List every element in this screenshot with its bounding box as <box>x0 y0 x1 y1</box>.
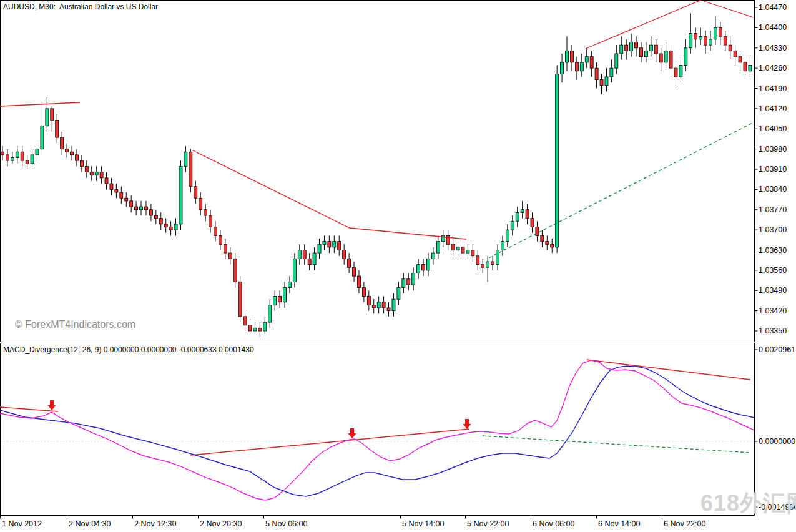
price-trendline[interactable] <box>192 150 466 239</box>
bullish-candle <box>288 282 291 287</box>
bullish-candle <box>684 48 687 66</box>
bearish-candle <box>531 219 534 227</box>
price-trendline[interactable] <box>0 102 80 106</box>
macd-trendline[interactable] <box>0 407 58 411</box>
chart-canvas[interactable]: 1.044701.044001.043301.042601.041901.041… <box>0 0 796 532</box>
bullish-candle <box>11 158 14 161</box>
signal-line <box>0 360 754 500</box>
time-axis-label: 5 Nov 22:00 <box>467 520 509 528</box>
bullish-candle <box>392 299 395 311</box>
bearish-candle <box>362 288 365 297</box>
price-axis-label: 1.03910 <box>759 165 787 174</box>
bearish-candle <box>575 62 578 71</box>
bearish-candle <box>120 192 123 198</box>
bullish-candle <box>333 242 336 247</box>
bullish-candle <box>516 212 519 221</box>
bullish-candle <box>179 166 182 224</box>
bullish-candle <box>377 302 380 308</box>
bearish-candle <box>595 68 598 80</box>
bullish-candle <box>426 259 430 270</box>
bearish-candle <box>704 36 707 45</box>
bearish-candle <box>348 259 351 267</box>
bullish-candle <box>486 262 489 267</box>
bullish-candle <box>174 224 177 230</box>
bullish-candle <box>610 68 613 77</box>
bearish-candle <box>51 109 54 121</box>
bullish-candle <box>749 66 752 71</box>
bearish-candle <box>654 45 657 54</box>
bullish-candle <box>615 54 618 68</box>
sell-arrow-icon[interactable] <box>463 419 471 429</box>
bullish-candle <box>556 74 559 247</box>
bearish-candle <box>387 308 390 311</box>
price-axis-label: 1.04120 <box>759 104 787 113</box>
bullish-candle <box>679 66 682 77</box>
bearish-candle <box>100 172 103 178</box>
price-axis-label: 1.04400 <box>759 23 787 32</box>
bearish-candle <box>476 256 479 265</box>
bearish-candle <box>105 178 108 184</box>
price-trendline[interactable] <box>586 0 701 49</box>
bearish-candle <box>353 267 356 276</box>
price-trendline[interactable] <box>704 1 754 17</box>
bullish-candle <box>511 221 514 230</box>
bullish-candle <box>436 242 440 254</box>
bearish-candle <box>357 276 360 288</box>
bearish-candle <box>130 201 133 207</box>
macd-axis-label: 0.0000000 <box>759 437 795 446</box>
macd-divergence-trendline-green[interactable] <box>483 436 750 453</box>
time-axis-label: 2 Nov 12:30 <box>134 520 176 528</box>
bearish-candle <box>169 227 172 230</box>
sell-arrow-icon[interactable] <box>48 400 56 410</box>
bullish-candle <box>664 51 667 62</box>
bullish-candle <box>36 149 39 155</box>
bearish-candle <box>110 184 113 189</box>
chart-title: AUDUSD, M30: Australian Dollar vs US Dol… <box>3 2 158 11</box>
price-axis-label: 1.03350 <box>759 327 787 335</box>
bearish-candle <box>194 187 197 199</box>
bullish-candle <box>506 230 509 242</box>
time-axis-label: 6 Nov 06:00 <box>533 520 574 528</box>
bullish-candle <box>412 273 415 285</box>
bearish-candle <box>625 45 628 51</box>
bearish-candle <box>308 259 311 264</box>
bearish-candle <box>238 282 242 317</box>
bearish-candle <box>224 244 227 253</box>
macd-trendline[interactable] <box>190 429 469 455</box>
bullish-candle <box>273 297 277 305</box>
price-axis-label: 1.03980 <box>759 145 787 154</box>
bullish-candle <box>293 259 296 282</box>
bearish-candle <box>303 250 306 259</box>
bearish-candle <box>61 137 64 149</box>
bearish-candle <box>481 265 484 268</box>
bearish-candle <box>343 250 346 259</box>
sell-arrow-icon[interactable] <box>348 428 356 438</box>
bullish-candle <box>561 62 564 74</box>
price-axis-label: 1.03420 <box>759 307 787 315</box>
bullish-candle <box>283 288 287 302</box>
price-axis-label: 1.04190 <box>759 84 787 93</box>
bullish-candle <box>268 305 272 322</box>
bearish-candle <box>144 207 147 210</box>
bullish-candle <box>521 210 524 213</box>
bearish-candle <box>71 152 74 155</box>
bearish-candle <box>382 302 385 308</box>
price-axis-label: 1.04260 <box>759 64 787 72</box>
macd-pane-border <box>1 343 755 516</box>
time-axis-label: 5 Nov 14:00 <box>402 520 444 528</box>
bullish-candle <box>323 242 326 245</box>
price-divergence-trendline-green[interactable] <box>489 122 754 258</box>
bullish-candle <box>313 253 316 265</box>
bullish-candle <box>95 172 98 175</box>
bullish-candle <box>501 242 504 250</box>
bearish-candle <box>248 325 252 331</box>
bearish-candle <box>546 242 549 245</box>
bullish-candle <box>16 152 19 157</box>
bearish-candle <box>164 224 167 227</box>
bearish-candle <box>739 57 742 62</box>
bullish-candle <box>41 126 44 149</box>
price-axis-label: 1.03490 <box>759 286 787 295</box>
bearish-candle <box>135 207 138 210</box>
bearish-candle <box>744 62 747 71</box>
bearish-candle <box>724 36 727 45</box>
